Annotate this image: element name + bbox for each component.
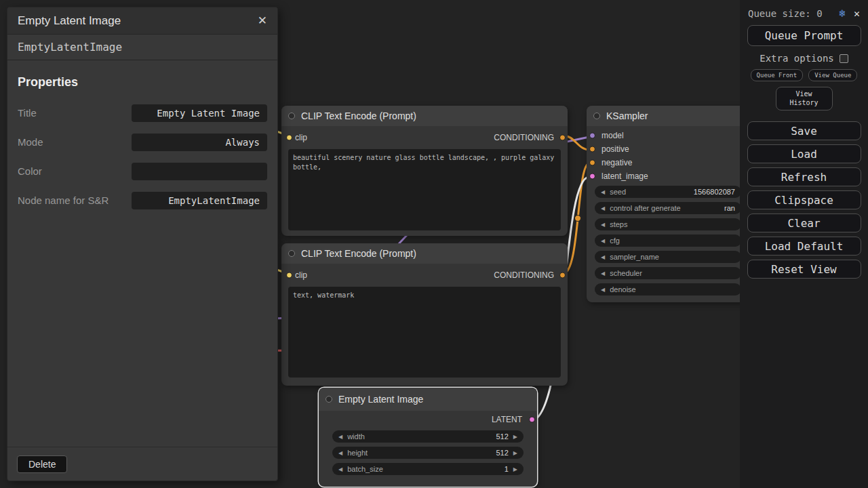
node-title: Empty Latent Image xyxy=(338,394,423,405)
decrement-arrow-icon[interactable]: ◀ xyxy=(601,254,605,260)
node-empty-latent-image[interactable]: Empty Latent Image LATENT ◀ width 512 ▶ … xyxy=(319,388,537,487)
queue-front-button[interactable]: Queue Front xyxy=(751,69,804,81)
latent-image-input-port[interactable] xyxy=(589,174,595,180)
model-input-port[interactable] xyxy=(589,133,595,139)
increment-arrow-icon[interactable]: ▶ xyxy=(513,434,517,440)
node-title: KSampler xyxy=(606,110,648,121)
clip-input-port[interactable] xyxy=(286,272,292,279)
color-field[interactable] xyxy=(132,163,267,180)
widget-cfg[interactable]: ◀ cfg xyxy=(595,235,741,247)
widget-steps[interactable]: ◀ steps xyxy=(595,218,741,230)
node-header[interactable]: Empty Latent Image xyxy=(319,388,537,411)
properties-heading: Properties xyxy=(18,75,267,89)
widget-batch-size[interactable]: ◀ batch_size 1 ▶ xyxy=(332,463,524,475)
field-label: Color xyxy=(18,165,42,178)
mode-field[interactable]: Always xyxy=(132,134,267,151)
decrement-arrow-icon[interactable]: ◀ xyxy=(601,205,605,211)
extra-options-checkbox[interactable] xyxy=(840,54,848,63)
widget-denoise[interactable]: ◀ denoise xyxy=(595,283,741,296)
clip-input-label: clip xyxy=(295,270,307,280)
decrement-arrow-icon[interactable]: ◀ xyxy=(338,466,342,472)
input-negative: negative xyxy=(587,156,749,169)
view-queue-button[interactable]: View Queue xyxy=(808,69,857,81)
comfyui-menu: Queue size: 0 ❄ ✕ Queue Prompt Extra opt… xyxy=(740,0,868,488)
increment-arrow-icon[interactable]: ▶ xyxy=(513,466,517,472)
conditioning-output-port[interactable] xyxy=(559,272,566,279)
increment-arrow-icon[interactable]: ▶ xyxy=(513,450,517,456)
decrement-arrow-icon[interactable]: ◀ xyxy=(601,238,605,244)
collapse-dot-icon[interactable] xyxy=(288,113,295,119)
latent-output-port[interactable] xyxy=(529,417,535,423)
decrement-arrow-icon[interactable]: ◀ xyxy=(338,450,342,456)
close-icon[interactable]: ✕ xyxy=(854,7,860,20)
widget-label: sampler_name xyxy=(610,253,659,261)
node-clip-text-encode-negative[interactable]: CLIP Text Encode (Prompt) clip CONDITION… xyxy=(281,243,568,386)
panel-titlebar: Empty Latent Image ✕ xyxy=(7,7,277,35)
node-clip-text-encode-positive[interactable]: CLIP Text Encode (Prompt) clip CONDITION… xyxy=(281,106,568,236)
collapse-dot-icon[interactable] xyxy=(326,396,332,403)
prompt-textarea[interactable]: beautiful scenery nature glass bottle la… xyxy=(288,149,561,230)
collapse-dot-icon[interactable] xyxy=(288,250,295,257)
decrement-arrow-icon[interactable]: ◀ xyxy=(601,270,605,277)
load-default-button[interactable]: Load Default xyxy=(747,237,861,256)
collapse-dot-icon[interactable] xyxy=(593,113,600,119)
title-field[interactable]: Empty Latent Image xyxy=(132,104,267,122)
link-midpoint-dot xyxy=(575,216,581,222)
refresh-button[interactable]: Refresh xyxy=(747,167,861,186)
node-class-name: EmptyLatentImage xyxy=(7,35,277,60)
input-model: model xyxy=(587,129,749,142)
positive-input-port[interactable] xyxy=(589,146,595,152)
save-button[interactable]: Save xyxy=(747,121,861,140)
node-header[interactable]: KSampler xyxy=(587,106,749,126)
decrement-arrow-icon[interactable]: ◀ xyxy=(601,189,605,195)
widget-label: seed xyxy=(610,188,626,196)
decrement-arrow-icon[interactable]: ◀ xyxy=(601,222,605,228)
prompt-textarea[interactable]: text, watermark xyxy=(288,287,561,378)
conditioning-output-port[interactable] xyxy=(559,135,566,141)
clip-input-port[interactable] xyxy=(286,135,292,141)
field-label: Title xyxy=(18,106,37,120)
extra-options-label: Extra options xyxy=(760,53,834,64)
reset-view-button[interactable]: Reset View xyxy=(747,260,861,279)
decrement-arrow-icon[interactable]: ◀ xyxy=(338,434,342,440)
negative-input-port[interactable] xyxy=(589,160,595,166)
field-label: Node name for S&R xyxy=(18,194,108,207)
panel-title: Empty Latent Image xyxy=(18,14,121,28)
widget-control-after-generate[interactable]: ◀ control after generate ran xyxy=(595,202,741,214)
clipspace-button[interactable]: Clipspace xyxy=(747,190,861,209)
view-history-button[interactable]: View History xyxy=(776,87,833,110)
node-ksampler[interactable]: KSampler model positive negative latent_… xyxy=(587,106,749,302)
input-positive: positive xyxy=(587,142,749,156)
load-button[interactable]: Load xyxy=(747,144,861,163)
latent-image-input-label: latent_image xyxy=(601,171,648,181)
node-properties-panel: Empty Latent Image ✕ EmptyLatentImage Pr… xyxy=(7,7,278,481)
conditioning-output-label: CONDITIONING xyxy=(494,270,554,280)
settings-icon[interactable]: ❄ xyxy=(839,7,846,20)
widget-sampler-name[interactable]: ◀ sampler_name xyxy=(595,251,741,263)
delete-button[interactable]: Delete xyxy=(17,455,67,473)
widget-label: width xyxy=(347,432,365,441)
widget-value: 1566802087 xyxy=(694,188,735,196)
widget-label: batch_size xyxy=(347,465,383,473)
decrement-arrow-icon[interactable]: ◀ xyxy=(601,287,605,293)
node-header[interactable]: CLIP Text Encode (Prompt) xyxy=(281,106,568,126)
widget-seed[interactable]: ◀ seed 1566802087 xyxy=(595,186,741,198)
node-name-field[interactable]: EmptyLatentImage xyxy=(132,192,267,209)
widget-width[interactable]: ◀ width 512 ▶ xyxy=(332,430,524,443)
node-header[interactable]: CLIP Text Encode (Prompt) xyxy=(281,243,568,264)
queue-prompt-button[interactable]: Queue Prompt xyxy=(747,25,861,46)
conditioning-output-label: CONDITIONING xyxy=(494,133,554,142)
widget-label: cfg xyxy=(610,237,620,245)
field-title: Title Empty Latent Image xyxy=(18,104,267,122)
model-input-label: model xyxy=(601,131,624,140)
positive-input-label: positive xyxy=(601,144,629,154)
widget-value: 1 xyxy=(505,465,509,473)
widget-height[interactable]: ◀ height 512 ▶ xyxy=(332,447,524,459)
close-icon[interactable]: ✕ xyxy=(258,14,267,28)
clear-button[interactable]: Clear xyxy=(747,214,861,232)
field-node-name: Node name for S&R EmptyLatentImage xyxy=(18,192,267,209)
widget-scheduler[interactable]: ◀ scheduler xyxy=(595,267,741,279)
widget-value: ran xyxy=(724,204,735,212)
negative-input-label: negative xyxy=(601,158,632,167)
widget-value: 512 xyxy=(496,449,508,457)
